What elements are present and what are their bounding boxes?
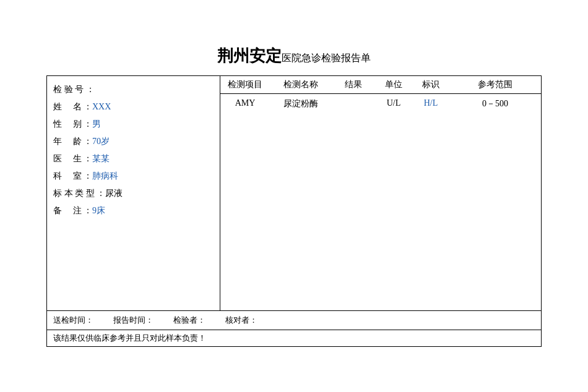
age-row: 年 龄 ： 70岁 xyxy=(53,133,214,150)
doctor-row: 医 生 ： 某某 xyxy=(53,150,214,168)
patient-info: 检 验 号 ： 姓 名 ： XXX 性 别 ： 男 年 龄 ： 70岁 xyxy=(47,76,220,310)
checker-field: 核对者： xyxy=(225,315,259,326)
name-label: 姓 名 ： xyxy=(53,98,92,116)
note-value: 9床 xyxy=(92,202,105,219)
dept-label: 科 室 ： xyxy=(53,168,92,185)
checker-label: 核对者： xyxy=(225,315,257,326)
report-type: 医院急诊检验报告单 xyxy=(282,53,371,63)
row-flag: H/L xyxy=(412,95,449,113)
row-unit: U/L xyxy=(375,95,412,113)
row-name: 尿淀粉酶 xyxy=(270,95,332,113)
disclaimer-text: 该结果仅供临床参考并且只对此样本负责！ xyxy=(53,333,206,343)
hospital-name: 荆州安定 xyxy=(217,47,282,65)
exam-no-row: 检 验 号 ： xyxy=(53,81,214,98)
doctor-value: 某某 xyxy=(92,150,110,168)
sample-value: 尿液 xyxy=(105,185,123,202)
header-result: 结果 xyxy=(332,76,375,93)
gender-row: 性 别 ： 男 xyxy=(53,116,214,133)
exam-no-label: 检 验 号 ： xyxy=(53,81,95,98)
report-title: 荆州安定医院急诊检验报告单 xyxy=(46,45,542,67)
table-row: AMY 尿淀粉酶 U/L H/L 0－500 xyxy=(220,94,541,114)
header-jiance: 检测项目 xyxy=(220,76,270,93)
send-time-label: 送检时间： xyxy=(53,315,93,326)
send-time-field: 送检时间： xyxy=(53,315,95,326)
age-value: 70岁 xyxy=(92,133,110,150)
footer-info: 送检时间： 报告时间： 检验者： 核对者： xyxy=(47,311,541,330)
inspector-field: 检验者： xyxy=(173,315,207,326)
header-range: 参考范围 xyxy=(449,76,541,93)
header-name: 检测名称 xyxy=(270,76,332,93)
results-table: 检测项目 检测名称 结果 单位 标识 参考范围 AMY 尿淀粉酶 U/L H/L… xyxy=(220,76,541,310)
row-jiance: AMY xyxy=(220,95,270,113)
gender-value: 男 xyxy=(92,116,101,133)
report-container: 荆州安定医院急诊检验报告单 检 验 号 ： 姓 名 ： XXX 性 别 ： 男 xyxy=(40,33,548,359)
name-value: XXX xyxy=(92,98,111,116)
header-unit: 单位 xyxy=(375,76,412,93)
note-row: 备 注 ： 9床 xyxy=(53,202,214,219)
dept-value: 肺病科 xyxy=(92,168,118,185)
results-header: 检测项目 检测名称 结果 单位 标识 参考范围 xyxy=(220,76,541,94)
sample-row: 标 本 类 型 ： 尿液 xyxy=(53,185,214,202)
note-label: 备 注 ： xyxy=(53,202,92,219)
age-label: 年 龄 ： xyxy=(53,133,92,150)
dept-row: 科 室 ： 肺病科 xyxy=(53,168,214,185)
row-range: 0－500 xyxy=(449,95,541,113)
doctor-label: 医 生 ： xyxy=(53,150,92,168)
report-body: 检 验 号 ： 姓 名 ： XXX 性 别 ： 男 年 龄 ： 70岁 xyxy=(47,76,541,311)
inspector-label: 检验者： xyxy=(173,315,205,326)
header-flag: 标识 xyxy=(412,76,449,93)
row-result xyxy=(332,95,375,113)
disclaimer: 该结果仅供临床参考并且只对此样本负责！ xyxy=(47,330,541,346)
name-row: 姓 名 ： XXX xyxy=(53,98,214,116)
sample-label: 标 本 类 型 ： xyxy=(53,185,105,202)
report-main: 检 验 号 ： 姓 名 ： XXX 性 别 ： 男 年 龄 ： 70岁 xyxy=(46,75,542,347)
report-time-label: 报告时间： xyxy=(113,315,153,326)
gender-label: 性 别 ： xyxy=(53,116,92,133)
report-time-field: 报告时间： xyxy=(113,315,155,326)
